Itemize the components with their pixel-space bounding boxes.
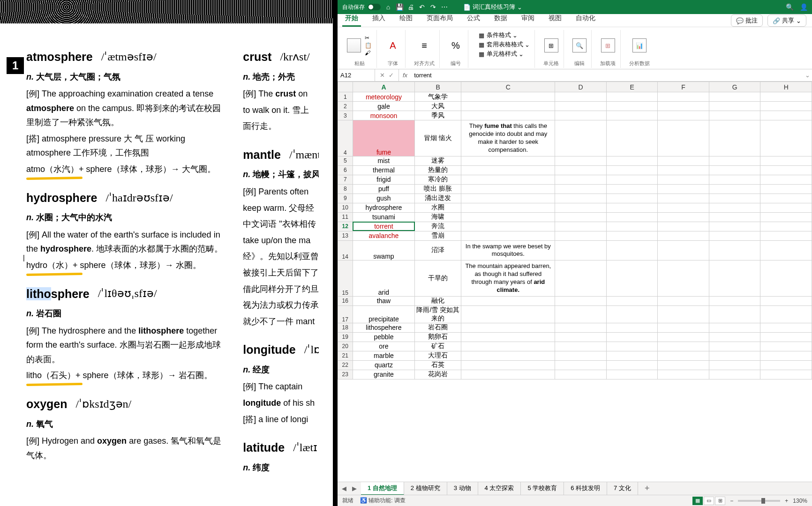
cell-H14[interactable] <box>760 240 812 260</box>
cell-D14[interactable] <box>555 240 607 260</box>
column-header-H[interactable]: H <box>760 82 812 92</box>
sheet-tab-1[interactable]: 1 自然地理 <box>361 482 404 495</box>
cell-D2[interactable] <box>555 102 607 111</box>
cell-F21[interactable] <box>658 351 709 360</box>
cancel-entry-icon[interactable]: ✕ <box>380 72 385 79</box>
cell-C5[interactable] <box>461 156 555 165</box>
column-header-C[interactable]: C <box>461 82 555 92</box>
cell-E19[interactable] <box>606 332 658 342</box>
cell-A2[interactable]: gale <box>353 102 415 111</box>
cell-D1[interactable] <box>555 92 607 102</box>
cell-G16[interactable] <box>709 296 760 305</box>
cell-A4[interactable]: fume <box>353 120 415 156</box>
cell-B1[interactable]: 气象学 <box>415 92 461 102</box>
cell-A10[interactable]: hydrosphere <box>353 203 415 212</box>
cell-G23[interactable] <box>709 370 760 379</box>
cell-E2[interactable] <box>606 102 658 111</box>
row-header-5[interactable]: 5 <box>338 156 353 165</box>
cell-E16[interactable] <box>606 296 658 305</box>
search-icon[interactable]: 🔍 <box>786 3 793 11</box>
cell-E22[interactable] <box>606 360 658 370</box>
cell-style-button[interactable]: ▦单元格样式⌄ <box>479 50 530 58</box>
column-header-F[interactable]: F <box>658 82 709 92</box>
cell-C18[interactable] <box>461 323 555 332</box>
cell-H22[interactable] <box>760 360 812 370</box>
cell-A3[interactable]: monsoon <box>353 111 415 120</box>
spreadsheet-grid[interactable]: ABCDEFGH 1meteorology气象学2gale大风3monsoon季… <box>338 82 812 482</box>
cell-B9[interactable]: 涌出迸发 <box>415 193 461 203</box>
cell-A12[interactable]: torrent <box>353 222 415 231</box>
cell-E18[interactable] <box>606 323 658 332</box>
column-header-D[interactable]: D <box>555 82 607 92</box>
cell-B10[interactable]: 水圈 <box>415 203 461 212</box>
cell-D12[interactable] <box>555 222 607 231</box>
row-header-9[interactable]: 9 <box>338 193 353 203</box>
share-button[interactable]: 🔗 共享 ⌄ <box>767 15 806 27</box>
cell-B2[interactable]: 大风 <box>415 102 461 111</box>
cell-G19[interactable] <box>709 332 760 342</box>
row-header-2[interactable]: 2 <box>338 102 353 111</box>
cell-H15[interactable] <box>760 260 812 297</box>
cell-G20[interactable] <box>709 342 760 351</box>
cell-A20[interactable]: ore <box>353 342 415 351</box>
cell-D7[interactable] <box>555 175 607 184</box>
zoom-slider[interactable] <box>738 500 780 502</box>
sheet-tab-3[interactable]: 3 动物 <box>447 482 478 495</box>
cell-H13[interactable] <box>760 231 812 240</box>
cell-B17[interactable]: 降雨/雪 突如其来的 <box>415 305 461 323</box>
cell-H9[interactable] <box>760 193 812 203</box>
cell-E21[interactable] <box>606 351 658 360</box>
column-header-B[interactable]: B <box>415 82 461 92</box>
accessibility-status[interactable]: ♿ 辅助功能: 调查 <box>360 497 406 505</box>
cell-A23[interactable]: granite <box>353 370 415 379</box>
cell-C22[interactable] <box>461 360 555 370</box>
cell-H1[interactable] <box>760 92 812 102</box>
toggle-switch-icon[interactable] <box>368 4 381 10</box>
cell-B11[interactable]: 海啸 <box>415 212 461 222</box>
cell-F19[interactable] <box>658 332 709 342</box>
view-normal-button[interactable]: ▦ <box>692 497 703 505</box>
table-style-button[interactable]: ▦套用表格格式⌄ <box>479 40 530 49</box>
cell-F1[interactable] <box>658 92 709 102</box>
align-button[interactable]: ≡ <box>417 38 432 53</box>
cell-F18[interactable] <box>658 323 709 332</box>
zoom-in-button[interactable]: + <box>785 498 788 504</box>
row-header-8[interactable]: 8 <box>338 184 353 193</box>
sheet-nav-next-icon[interactable]: ▶ <box>351 485 358 492</box>
cell-F8[interactable] <box>658 184 709 193</box>
comments-button[interactable]: 💬 批注 <box>731 15 763 27</box>
row-header-23[interactable]: 23 <box>338 370 353 379</box>
cell-E20[interactable] <box>606 342 658 351</box>
cell-F23[interactable] <box>658 370 709 379</box>
cell-F20[interactable] <box>658 342 709 351</box>
format-painter-icon[interactable]: 🖌 <box>365 50 372 56</box>
cell-H3[interactable] <box>760 111 812 120</box>
row-header-4[interactable]: 4 <box>338 120 353 156</box>
cell-H2[interactable] <box>760 102 812 111</box>
cell-G10[interactable] <box>709 203 760 212</box>
cell-D16[interactable] <box>555 296 607 305</box>
cell-H21[interactable] <box>760 351 812 360</box>
cell-D9[interactable] <box>555 193 607 203</box>
font-button[interactable]: A <box>385 38 400 53</box>
save-icon[interactable]: 💾 <box>396 3 403 11</box>
cell-B16[interactable]: 融化 <box>415 296 461 305</box>
cell-D13[interactable] <box>555 231 607 240</box>
select-all-corner[interactable] <box>338 82 353 92</box>
cell-D22[interactable] <box>555 360 607 370</box>
cell-B14[interactable]: 沼泽 <box>415 240 461 260</box>
cell-C20[interactable] <box>461 342 555 351</box>
cell-F22[interactable] <box>658 360 709 370</box>
cell-C13[interactable] <box>461 231 555 240</box>
cell-C3[interactable] <box>461 111 555 120</box>
confirm-entry-icon[interactable]: ✓ <box>389 72 394 79</box>
cell-E14[interactable] <box>606 240 658 260</box>
column-header-E[interactable]: E <box>606 82 658 92</box>
cell-F15[interactable] <box>658 260 709 297</box>
cell-B20[interactable]: 矿石 <box>415 342 461 351</box>
cell-C9[interactable] <box>461 193 555 203</box>
zoom-out-button[interactable]: − <box>730 498 733 504</box>
cell-G7[interactable] <box>709 175 760 184</box>
cell-G9[interactable] <box>709 193 760 203</box>
cell-H11[interactable] <box>760 212 812 222</box>
